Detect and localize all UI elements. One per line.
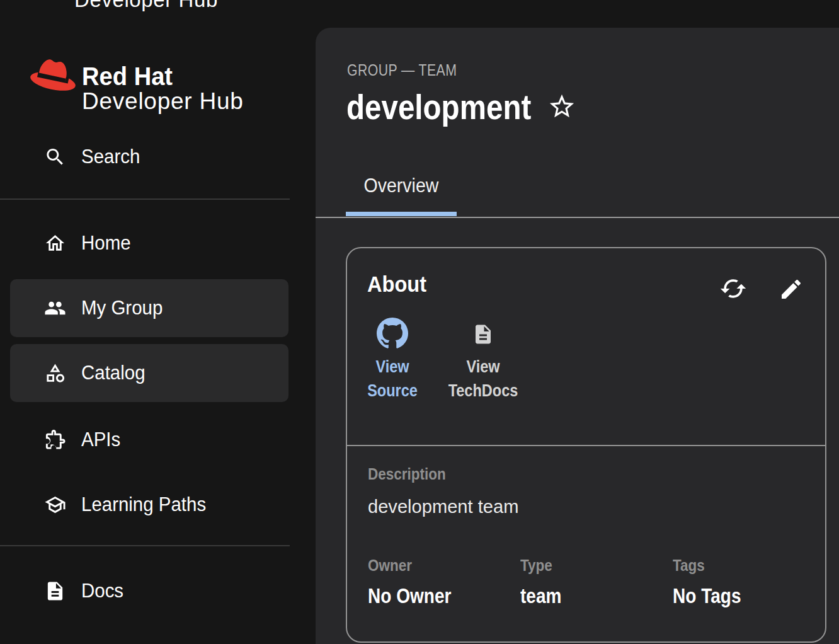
sidebar: Red Hat Developer Hub Search Home My Gro… xyxy=(0,0,290,644)
sidebar-item-docs[interactable]: Docs xyxy=(0,562,290,620)
tab-overview-label: Overview xyxy=(350,175,452,197)
techdocs-icon xyxy=(472,318,494,349)
main-panel: GROUP — TEAM development Overview About … xyxy=(316,28,839,644)
field-value-type: team xyxy=(520,584,561,608)
about-card-divider xyxy=(347,445,825,446)
document-icon xyxy=(44,580,66,602)
group-icon xyxy=(44,297,66,319)
tabs-divider xyxy=(316,217,839,218)
github-icon xyxy=(377,318,408,349)
sidebar-item-apis[interactable]: APIs xyxy=(0,411,290,469)
sidebar-item-learning-paths[interactable]: Learning Paths xyxy=(0,476,290,534)
refresh-button[interactable] xyxy=(719,275,747,302)
field-value-owner: No Owner xyxy=(368,584,451,608)
field-value-tags: No Tags xyxy=(673,584,741,608)
sidebar-item-label: Home xyxy=(81,232,131,255)
category-icon xyxy=(44,362,66,384)
field-label-tags: Tags xyxy=(673,556,705,575)
logo-red-hat: Red Hat xyxy=(82,64,258,89)
sidebar-item-label: Catalog xyxy=(81,362,146,384)
sidebar-item-search[interactable]: Search xyxy=(0,128,290,186)
refresh-icon xyxy=(719,275,747,302)
field-label-type: Type xyxy=(520,556,552,575)
view-source-label: ViewSource xyxy=(350,355,435,403)
page-title: development xyxy=(346,88,531,127)
field-label-description: Description xyxy=(368,464,446,483)
sidebar-item-label: APIs xyxy=(81,428,120,451)
sidebar-item-catalog[interactable]: Catalog xyxy=(10,344,288,402)
field-label-owner: Owner xyxy=(368,556,412,575)
field-value-description: development team xyxy=(368,495,518,519)
sidebar-logo-text: Red Hat Developer Hub xyxy=(82,64,271,113)
home-icon xyxy=(44,233,66,255)
tab-active-indicator xyxy=(346,212,457,216)
breadcrumb[interactable]: GROUP — TEAM xyxy=(347,60,457,79)
favorite-button[interactable] xyxy=(547,92,576,121)
edit-button[interactable] xyxy=(779,277,804,302)
sidebar-item-label: Search xyxy=(81,146,140,168)
edit-icon xyxy=(779,277,804,302)
sidebar-item-my-group[interactable]: My Group xyxy=(10,279,288,337)
school-icon xyxy=(44,494,66,516)
tab-overview[interactable]: Overview xyxy=(346,166,457,216)
view-techdocs-link[interactable]: ViewTechDocs xyxy=(433,318,534,403)
logo-developer-hub: Developer Hub xyxy=(82,89,271,113)
extension-icon xyxy=(44,429,66,451)
sidebar-item-label: Learning Paths xyxy=(81,493,206,516)
red-hat-developer-hub-app: Developer Hub Red Hat Developer Hub Sear… xyxy=(0,0,839,644)
sidebar-item-label: My Group xyxy=(81,297,163,319)
view-source-link[interactable]: ViewSource xyxy=(342,318,443,403)
search-icon xyxy=(44,146,66,168)
sidebar-divider-top xyxy=(0,198,290,200)
sidebar-item-home[interactable]: Home xyxy=(0,214,290,272)
sidebar-item-label: Docs xyxy=(81,580,123,602)
star-outline-icon xyxy=(547,92,576,121)
about-card: About ViewSource ViewTechDocs Descriptio… xyxy=(346,247,826,643)
red-hat-fedora-icon xyxy=(30,59,78,97)
view-techdocs-label: ViewTechDocs xyxy=(441,355,525,403)
about-card-title: About xyxy=(367,272,426,297)
sidebar-divider-bottom xyxy=(0,545,290,546)
